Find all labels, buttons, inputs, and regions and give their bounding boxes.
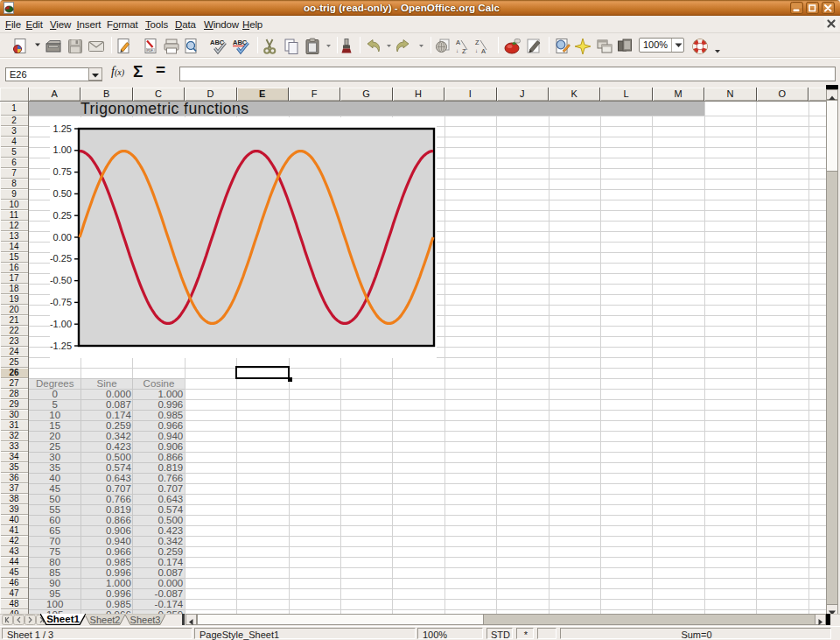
svg-text:Z: Z [462, 47, 466, 55]
svg-text:A: A [481, 47, 486, 55]
svg-text:0.25: 0.25 [53, 210, 72, 221]
svg-text:-0.25: -0.25 [50, 253, 72, 264]
svg-text:-1.00: -1.00 [50, 319, 72, 329]
svg-text:A: A [456, 39, 460, 46]
svg-text:0.50: 0.50 [53, 188, 72, 199]
svg-text:Z: Z [475, 39, 480, 46]
svg-text:-0.50: -0.50 [50, 275, 72, 285]
svg-text:0.00: 0.00 [53, 232, 72, 243]
svg-text:↓: ↓ [456, 48, 458, 53]
svg-text:1.25: 1.25 [53, 123, 72, 134]
svg-text:-1.25: -1.25 [50, 341, 72, 351]
svg-text:-0.75: -0.75 [50, 297, 72, 307]
svg-text:↓: ↓ [475, 48, 478, 53]
svg-text:1.00: 1.00 [53, 144, 72, 155]
svg-text:PDF: PDF [147, 49, 153, 53]
svg-text:0.75: 0.75 [53, 166, 72, 177]
